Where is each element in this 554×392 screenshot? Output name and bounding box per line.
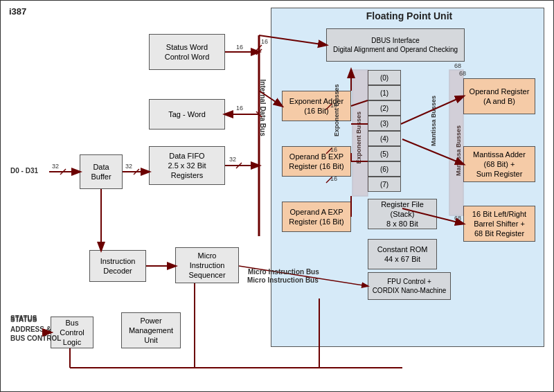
- tag-word-box: Tag - Word: [149, 99, 225, 130]
- barrel-shifter-label: 16 Bit Left/RightBarrel Shifter +68 Bit …: [472, 209, 526, 239]
- svg-line-4: [256, 45, 262, 51]
- fpu-control-label: FPU Control +CORDIX Nano-Machine: [373, 277, 447, 295]
- mantissa-adder-box: Mantissa Adder(68 Bit) +Sum Register: [463, 146, 535, 182]
- data-fifo-box: Data FIFO2.5 x 32 BitRegisters: [149, 146, 225, 185]
- exponent-adder-box: Exponent Adder(16 Bit): [282, 91, 351, 121]
- status-control-word-box: Status Word Control Word: [149, 34, 225, 70]
- svg-line-20: [60, 169, 66, 175]
- svg-text:32: 32: [229, 156, 236, 163]
- main-diagram: i387 Floating Point Unit Status Word Con…: [0, 0, 554, 392]
- data-buffer-label: DataBuffer: [91, 162, 111, 182]
- svg-text:32: 32: [125, 163, 132, 170]
- power-mgmt-label: PowerManagementUnit: [129, 316, 173, 346]
- tag-word-label: Tag - Word: [168, 109, 206, 119]
- fpu-title: Floating Point Unit: [340, 10, 479, 21]
- svg-text:16: 16: [236, 105, 243, 112]
- power-management-box: PowerManagementUnit: [121, 312, 181, 348]
- diagram-title: i387: [9, 6, 26, 17]
- operand-register-box: Operand Register(A and B): [463, 78, 535, 114]
- address-bus-control-label: ADDRESS &BUS CONTROL: [10, 325, 61, 343]
- control-word-label: Control Word: [165, 52, 210, 62]
- register-file-box: Register File (Stack)8 x 80 Bit: [368, 199, 437, 229]
- dbus-label: DBUS InterfaceDigital Alignment and Oper…: [333, 36, 458, 54]
- internal-data-bus-label: Internal Data Bus: [259, 80, 267, 136]
- micro-instruction-bus-label: Micro Instruction Bus: [247, 276, 319, 284]
- status-label: STATUS: [10, 316, 37, 323]
- barrel-shifter-box: 16 Bit Left/RightBarrel Shifter +68 Bit …: [463, 206, 535, 242]
- dbus-interface-box: DBUS InterfaceDigital Alignment and Oper…: [326, 28, 465, 62]
- stack-reg-0: (0): [368, 70, 401, 85]
- exponent-busses-label: Exponent Busses: [355, 112, 362, 164]
- constant-rom-box: Constant ROM44 x 67 Bit: [368, 239, 437, 269]
- operand-reg-label: Operand Register(A and B): [470, 87, 530, 107]
- mantissa-busses-label: Mantissa Busses: [455, 125, 462, 176]
- bus-control-label: BusControlLogic: [60, 318, 84, 348]
- svg-text:16: 16: [236, 44, 243, 51]
- stack-reg-4: (4): [368, 131, 401, 146]
- operand-a-exp-label: Operand A EXPRegister (16 Bit): [289, 207, 343, 227]
- operand-b-exp-box: Operand B EXPRegister (16 Bit): [282, 146, 351, 177]
- mantissa-adder-label: Mantissa Adder(68 Bit) +Sum Register: [473, 150, 526, 179]
- stack-reg-3: (3): [368, 116, 401, 131]
- micro-instruction-sequencer-box: MicroInstructionSequencer: [175, 247, 239, 283]
- stack-reg-2: (2): [368, 100, 401, 116]
- svg-text:32: 32: [52, 163, 59, 170]
- data-buffer-box: DataBuffer: [80, 154, 123, 189]
- exp-adder-label: Exponent Adder(16 Bit): [289, 96, 343, 116]
- svg-line-7: [256, 49, 262, 55]
- stack-reg-1: (1): [368, 85, 401, 100]
- fpu-control-box: FPU Control +CORDIX Nano-Machine: [368, 272, 451, 300]
- stack-reg-7: (7): [368, 177, 401, 192]
- operand-a-exp-box: Operand A EXPRegister (16 Bit): [282, 202, 351, 232]
- instruction-decoder-label: InstructionDecoder: [100, 256, 136, 276]
- operand-b-exp-label: Operand B EXPRegister (16 Bit): [289, 152, 343, 172]
- d0-d31-label: D0 - D31: [10, 167, 38, 175]
- svg-line-16: [236, 163, 242, 168]
- micro-seq-label: MicroInstructionSequencer: [188, 251, 225, 280]
- reg-file-label: Register File (Stack)8 x 80 Bit: [370, 199, 434, 229]
- svg-text:16: 16: [261, 38, 268, 45]
- data-fifo-label: Data FIFO2.5 x 32 BitRegisters: [168, 151, 206, 181]
- instruction-decoder-box: InstructionDecoder: [89, 250, 146, 282]
- stack-reg-5: (5): [368, 146, 401, 161]
- svg-line-13: [134, 169, 139, 175]
- stack-reg-6: (6): [368, 161, 401, 177]
- constant-rom-label: Constant ROM44 x 67 Bit: [377, 244, 428, 265]
- status-word-label: Status Word: [166, 42, 208, 52]
